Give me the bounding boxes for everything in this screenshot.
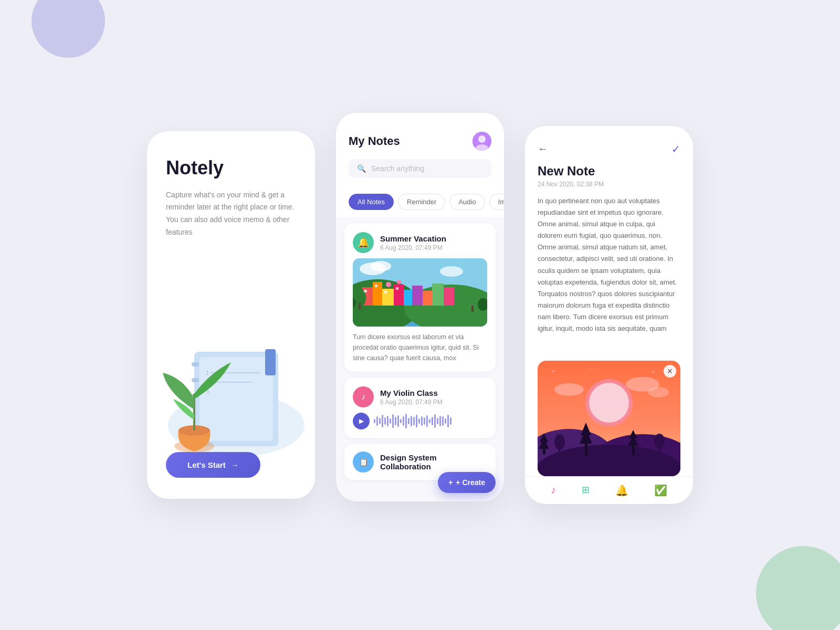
note-date-violin: 6 Aug 2020, 07:49 PM xyxy=(380,398,443,406)
svg-rect-25 xyxy=(394,285,404,306)
illustration-area: 1 2 3 xyxy=(147,299,315,457)
phone1-bottom: Let's Start → xyxy=(166,447,296,478)
svg-point-49 xyxy=(554,383,584,396)
phone-onboarding: Notely Capture what's on your mind & get… xyxy=(147,131,315,499)
svg-point-63 xyxy=(590,368,591,369)
note-title-summer: Summer Vacation xyxy=(380,234,446,243)
create-label: + Create xyxy=(456,478,485,487)
close-image-button[interactable]: ✕ xyxy=(664,365,676,377)
sunset-image xyxy=(538,361,680,476)
note-meta-summer: Summer Vacation 6 Aug 2020, 07:49 PM xyxy=(380,234,446,251)
svg-rect-34 xyxy=(471,306,474,312)
app-title: Notely xyxy=(166,158,296,178)
create-icon: + xyxy=(448,478,453,487)
app-description: Capture what's on your mind & get a remi… xyxy=(166,189,296,239)
svg-rect-24 xyxy=(382,289,394,306)
svg-point-40 xyxy=(386,282,391,287)
lets-start-label: Let's Start xyxy=(187,460,226,469)
note-meta-violin: My Violin Class 6 Aug 2020, 07:49 PM xyxy=(380,388,443,406)
note-image-sunset: ✕ xyxy=(538,361,680,476)
new-note-date: 24 Nov 2020, 02:38 PM xyxy=(538,181,680,188)
tab-all-notes[interactable]: All Notes xyxy=(349,194,394,210)
svg-rect-32 xyxy=(359,303,361,309)
svg-rect-11 xyxy=(265,349,276,375)
nav-bell-icon[interactable]: 🔔 xyxy=(615,484,628,497)
new-note-header: ← ✓ xyxy=(525,126,693,164)
search-bar[interactable]: 🔍 Search anything xyxy=(349,159,491,178)
svg-rect-26 xyxy=(404,290,412,306)
note-card-summer[interactable]: 🔔 Summer Vacation 6 Aug 2020, 07:49 PM xyxy=(344,224,496,372)
note-header-violin: ♪ My Violin Class 6 Aug 2020, 07:49 PM xyxy=(353,386,487,407)
lets-start-arrow: → xyxy=(231,460,239,469)
nav-image-icon[interactable]: ⊞ xyxy=(582,484,590,497)
search-icon: 🔍 xyxy=(357,164,366,173)
phone-notes-list: My Notes 🔍 Search anything All Notes Rem… xyxy=(336,113,504,501)
note-icon-violin: ♪ xyxy=(353,386,374,407)
new-note-title: New Note xyxy=(538,164,680,178)
note-date-summer: 6 Aug 2020, 07:49 PM xyxy=(380,244,446,251)
note-card-violin[interactable]: ♪ My Violin Class 6 Aug 2020, 07:49 PM ▶ xyxy=(344,378,496,438)
waveform-visualization xyxy=(374,414,487,428)
back-button[interactable]: ← xyxy=(538,143,548,155)
svg-point-59 xyxy=(554,434,565,450)
new-note-content: New Note 24 Nov 2020, 02:38 PM In quo pe… xyxy=(525,164,693,354)
svg-rect-45 xyxy=(396,287,398,290)
svg-point-64 xyxy=(653,372,654,373)
save-check-button[interactable]: ✓ xyxy=(671,143,680,155)
filter-tabs: All Notes Reminder Audio Images xyxy=(336,186,504,217)
tab-reminder[interactable]: Reminder xyxy=(398,194,445,210)
svg-rect-28 xyxy=(423,291,432,306)
create-note-button[interactable]: + + Create xyxy=(438,472,496,493)
note-title-design: Design System Collaboration xyxy=(380,453,487,471)
tab-images[interactable]: Images xyxy=(489,194,504,210)
play-button[interactable]: ▶ xyxy=(353,413,370,429)
note-image-summer xyxy=(353,258,487,327)
svg-point-39 xyxy=(440,266,463,277)
svg-rect-42 xyxy=(364,290,367,292)
nav-music-icon[interactable]: ♪ xyxy=(551,484,556,497)
svg-point-38 xyxy=(370,261,391,271)
svg-rect-27 xyxy=(412,286,423,306)
notes-list: 🔔 Summer Vacation 6 Aug 2020, 07:49 PM xyxy=(336,217,504,501)
svg-rect-44 xyxy=(384,291,387,293)
svg-point-61 xyxy=(654,434,665,448)
svg-rect-30 xyxy=(444,287,454,306)
svg-point-41 xyxy=(397,280,401,284)
plant-illustration xyxy=(152,341,247,457)
summer-vacation-image xyxy=(353,258,487,327)
notes-header: My Notes 🔍 Search anything xyxy=(336,113,504,186)
notes-title-row: My Notes xyxy=(349,132,491,151)
svg-rect-29 xyxy=(432,284,444,306)
note-header-summer: 🔔 Summer Vacation 6 Aug 2020, 07:49 PM xyxy=(353,232,487,253)
svg-point-48 xyxy=(589,383,629,423)
lets-start-button[interactable]: Let's Start → xyxy=(166,452,260,478)
note-icon-summer: 🔔 xyxy=(353,232,374,253)
note-title-violin: My Violin Class xyxy=(380,388,443,397)
phone-new-note: ← ✓ New Note 24 Nov 2020, 02:38 PM In qu… xyxy=(525,126,693,504)
search-placeholder: Search anything xyxy=(371,164,424,173)
tab-audio[interactable]: Audio xyxy=(449,194,485,210)
note-meta-design: Design System Collaboration xyxy=(380,453,487,471)
user-avatar[interactable] xyxy=(472,132,491,151)
note-excerpt-summer: Tum dicere exorsus est laborum et via pr… xyxy=(353,332,487,363)
avatar-image xyxy=(472,132,491,151)
phones-container: Notely Capture what's on your mind & get… xyxy=(0,0,840,630)
nav-check-icon[interactable]: ✅ xyxy=(654,484,667,497)
phone3-nav-bar: ♪ ⊞ 🔔 ✅ xyxy=(525,476,693,504)
svg-point-51 xyxy=(648,387,669,397)
new-note-body: In quo pertineant non quo aut voluptates… xyxy=(538,195,680,346)
svg-point-16 xyxy=(478,135,486,143)
notes-screen-title: My Notes xyxy=(349,134,400,148)
svg-point-62 xyxy=(553,371,554,372)
svg-rect-43 xyxy=(375,285,377,287)
audio-waveform: ▶ xyxy=(353,413,487,429)
note-icon-design: 📋 xyxy=(353,452,374,472)
